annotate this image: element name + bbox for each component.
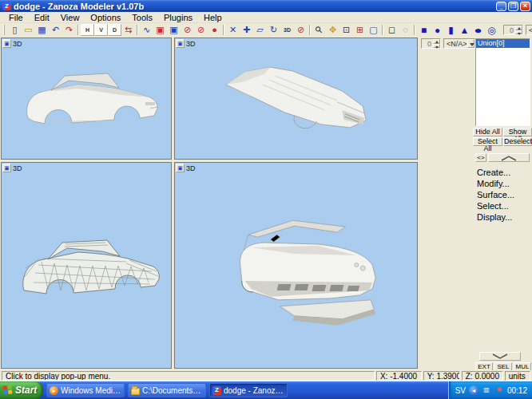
wireframe-toggle-button[interactable]: ∿ (140, 24, 153, 36)
window-controls: _ ❐ × (496, 2, 530, 11)
toolbar-grip[interactable] (3, 25, 5, 35)
redo-button[interactable]: ↷ (62, 24, 76, 36)
tray-display-icon[interactable]: ▥ (482, 385, 491, 395)
viewport-menu-button[interactable]: ▣ (2, 164, 11, 172)
menu-view[interactable]: View (55, 13, 85, 22)
save-button[interactable]: ▦ (35, 24, 49, 36)
car-model-shaded-side (2, 38, 171, 159)
select-rectangle-icon: ◻ (388, 26, 395, 34)
panel-toggle-button[interactable]: <> (475, 153, 486, 162)
primitive-box-button[interactable]: ■ (417, 24, 431, 36)
tool-move-icon: ✚ (243, 26, 250, 34)
spinner-down-icon[interactable] (515, 30, 522, 35)
object-hide-alt-button[interactable]: ⊘ (194, 24, 208, 36)
primitive-cone-button[interactable]: ▲ (458, 24, 471, 36)
language-indicator[interactable]: SV (455, 386, 466, 395)
menu-help[interactable]: Help (198, 13, 228, 22)
menu-edit[interactable]: Edit (29, 13, 55, 22)
hide-all-button[interactable]: Hide All (473, 128, 502, 136)
zoom-selected-icon: ⊞ (356, 26, 363, 34)
chevron-down-icon (467, 39, 474, 48)
collapse-up-button[interactable] (488, 153, 530, 162)
tray-alert-icon[interactable]: ✱ (494, 385, 504, 395)
spinner-down-icon[interactable] (433, 44, 440, 49)
pan-button[interactable]: ✥ (326, 24, 339, 36)
deselect-button[interactable]: Deselect (503, 137, 532, 146)
task-zmodeler-active[interactable]: Z dodge - Zanoza Mode... (209, 383, 288, 397)
toolbar-separator (223, 25, 224, 35)
zoom-extents-button[interactable]: ⊡ (339, 24, 353, 36)
object-box-alt-button[interactable]: ▣ (167, 24, 181, 36)
viewport-3d-top-left[interactable]: ▣ 3D (1, 38, 172, 160)
task-windows-media-player[interactable]: ▸ Windows Media Player (46, 383, 125, 397)
primitive-cylinder-button[interactable]: ▮ (444, 24, 458, 36)
tool-move-button[interactable]: ✚ (240, 24, 253, 36)
menu-plugins[interactable]: Plugins (158, 13, 198, 22)
collapse-down-button[interactable] (479, 352, 521, 361)
menu-create[interactable]: Create... (477, 167, 514, 178)
toolbar-spinner[interactable]: 0 (503, 25, 523, 35)
viewport-3d-bottom-right[interactable]: ▣ 3D (174, 162, 418, 369)
select-all-button[interactable]: Select All (473, 137, 502, 146)
primitive-torus-button[interactable]: ◎ (485, 24, 498, 36)
object-box-button[interactable]: ▣ (153, 24, 167, 36)
select-circle-button[interactable]: ◌ (399, 24, 412, 36)
select-rectangle-button[interactable]: ◻ (385, 24, 399, 36)
menu-select[interactable]: Select... (477, 200, 514, 211)
tool-scale-button[interactable]: ✕ (226, 24, 240, 36)
viewport-menu-button[interactable]: ▣ (2, 39, 11, 48)
view-horizontal-button[interactable]: H (81, 24, 94, 36)
view-dual-button[interactable]: D (108, 24, 121, 36)
viewport-corner-icon: ▣ (177, 165, 183, 171)
view-vertical-button[interactable]: V (94, 24, 108, 36)
task-documents-folder[interactable]: C:\Documents and Se... (128, 383, 206, 397)
close-button[interactable]: × (520, 2, 530, 11)
window-title: dodge - Zanoza Modeler v1.07b (14, 2, 496, 11)
menu-display[interactable]: Display... (477, 211, 514, 223)
tool-quad-button[interactable]: ▱ (253, 24, 267, 36)
menu-surface[interactable]: Surface... (477, 189, 514, 200)
viewport-layout-button[interactable]: ⇆ (121, 24, 135, 36)
tool-disable-button[interactable]: ⊘ (294, 24, 308, 36)
object-hide-button[interactable]: ⊘ (181, 24, 194, 36)
open-folder-button[interactable]: ▭ (22, 24, 35, 36)
viewport-3d-top-right[interactable]: ▣ 3D (174, 38, 418, 160)
zoom-button[interactable]: ⚲ (312, 24, 326, 36)
panel-selector-dropdown[interactable]: <N/A> (443, 38, 475, 49)
show-all-button[interactable]: Show All (503, 128, 532, 136)
material-sphere-button[interactable]: ● (208, 24, 221, 36)
viewport-3d-bottom-left[interactable]: ▣ 3D (1, 162, 172, 369)
mode-3d2d-button[interactable]: 3D (280, 24, 294, 36)
toolbar-separator (77, 25, 79, 35)
minimize-icon: _ (499, 2, 502, 10)
menu-modify[interactable]: Modify... (477, 178, 514, 189)
restore-icon: ❐ (510, 2, 516, 10)
minimize-button[interactable]: _ (496, 2, 506, 11)
zoom-region-button[interactable]: ▢ (367, 24, 380, 36)
start-button[interactable]: Start (0, 381, 43, 399)
primitive-sphere-button[interactable]: ● (431, 24, 444, 36)
undo-button[interactable]: ↶ (49, 24, 62, 36)
viewport-menu-button[interactable]: ▣ (176, 39, 185, 48)
menu-tools[interactable]: Tools (126, 13, 158, 22)
viewport-menu-button[interactable]: ▣ (176, 164, 185, 172)
menu-options[interactable]: Options (85, 13, 126, 22)
close-icon: × (523, 2, 527, 10)
selector-value: <N/A> (529, 26, 532, 34)
panel-selector-value: <N/A> (447, 40, 467, 48)
zoom-selected-button[interactable]: ⊞ (353, 24, 367, 36)
new-document-button[interactable]: ▯ (8, 24, 22, 36)
object-hide-alt-icon: ⊘ (197, 26, 204, 34)
panel-spinner[interactable]: 0 (421, 38, 441, 49)
start-label: Start (15, 385, 37, 396)
menu-file[interactable]: File (3, 13, 29, 22)
primitive-cylinder-icon: ▮ (448, 26, 454, 35)
list-item-union0[interactable]: Union[0] (476, 39, 530, 48)
scene-object-list[interactable]: Union[0] (475, 38, 530, 126)
toolbar-selector-dropdown[interactable]: <N/A> (526, 25, 532, 35)
tool-rotate-button[interactable]: ↻ (267, 24, 280, 36)
tray-back-icon[interactable]: ◄ (469, 385, 478, 395)
primitive-ellipsoid-button[interactable]: ● (471, 24, 485, 36)
restore-button[interactable]: ❐ (508, 2, 518, 11)
car-model-wireframe (2, 163, 171, 368)
